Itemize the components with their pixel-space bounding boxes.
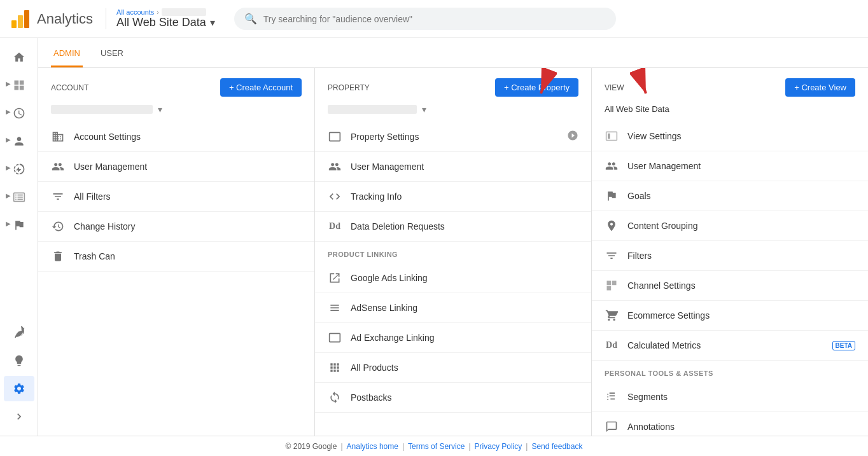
beta-badge: BETA <box>832 341 855 350</box>
footer-terms[interactable]: Terms of Service <box>408 442 465 451</box>
account-column-header: Account + Create Account <box>38 78 314 104</box>
search-bar[interactable]: 🔍 <box>234 8 616 30</box>
menu-item-all-products[interactable]: All Products <box>315 353 591 383</box>
account-dropdown-caret[interactable]: ▾ <box>158 104 162 114</box>
sidebar-item-home[interactable] <box>4 45 34 70</box>
sidebar: ▶ ▶ ▶ ▶ ▶ ▶ <box>0 38 38 436</box>
view-user-mgmt-label: User Management <box>627 161 855 171</box>
menu-item-data-deletion[interactable]: Dd Data Deletion Requests <box>315 212 591 242</box>
footer-sep-3: | <box>468 442 470 451</box>
account-column-label: Account <box>51 83 88 92</box>
menu-item-tracking-info[interactable]: Tracking Info <box>315 182 591 212</box>
menu-item-annotations[interactable]: Annotations <box>592 412 868 436</box>
menu-item-view-settings[interactable]: View Settings <box>592 121 868 151</box>
main-content: ADMIN USER Account + Create Account ▾ <box>38 38 868 436</box>
all-products-icon <box>328 361 342 375</box>
sidebar-item-conversions[interactable]: ▶ <box>4 212 34 238</box>
menu-item-channel-settings[interactable]: Channel Settings <box>592 271 868 301</box>
menu-item-ad-exchange[interactable]: Ad Exchange Linking <box>315 323 591 353</box>
channel-settings-label: Channel Settings <box>627 280 855 291</box>
ad-exchange-icon <box>328 331 342 345</box>
footer-sep-4: | <box>526 442 528 451</box>
create-account-button[interactable]: + Create Account <box>220 78 302 97</box>
footer-sep-2: | <box>402 442 404 451</box>
create-property-button[interactable]: + Create Property <box>495 78 578 97</box>
channel-settings-icon <box>605 279 619 293</box>
sidebar-item-dashboard[interactable]: ▶ <box>4 73 34 98</box>
content-grouping-icon <box>605 219 619 233</box>
segments-label: Segments <box>627 392 855 402</box>
sidebar-item-audience[interactable]: ▶ <box>4 128 34 154</box>
sidebar-item-collapse[interactable] <box>4 404 34 429</box>
trash-can-label: Trash Can <box>74 251 302 261</box>
property-dropdown[interactable]: All Web Site Data ▾ <box>116 16 215 29</box>
annotations-label: Annotations <box>627 422 855 432</box>
segments-icon <box>605 390 619 404</box>
property-user-mgmt-label: User Management <box>351 162 578 172</box>
menu-item-property-user-mgmt[interactable]: User Management <box>315 152 591 182</box>
property-column-label: Property <box>328 83 370 92</box>
menu-item-postbacks[interactable]: Postbacks <box>315 383 591 413</box>
menu-item-account-settings[interactable]: Account Settings <box>38 122 314 152</box>
view-settings-label: View Settings <box>627 131 855 141</box>
all-accounts-link[interactable]: All accounts › <box>116 8 215 16</box>
menu-item-account-user-mgmt[interactable]: User Management <box>38 152 314 182</box>
ecommerce-icon <box>605 308 619 322</box>
blurred-property-bar <box>328 105 417 114</box>
content-grouping-label: Content Grouping <box>627 221 855 231</box>
sidebar-item-realtime[interactable]: ▶ <box>4 100 34 126</box>
menu-item-view-user-mgmt[interactable]: User Management <box>592 151 868 181</box>
footer-analytics-home[interactable]: Analytics home <box>347 442 398 451</box>
postbacks-icon <box>328 390 342 404</box>
top-bar: Analytics All accounts › All Web Site Da… <box>0 0 868 38</box>
menu-item-goals[interactable]: Goals <box>592 181 868 211</box>
menu-item-property-settings[interactable]: Property Settings <box>315 122 591 152</box>
menu-item-trash-can[interactable]: Trash Can <box>38 242 314 272</box>
goals-flag-icon <box>605 189 619 203</box>
all-filters-label: All Filters <box>74 191 302 202</box>
menu-item-ecommerce[interactable]: Ecommerce Settings <box>592 301 868 331</box>
postbacks-label: Postbacks <box>351 392 578 403</box>
menu-item-google-ads[interactable]: Google Ads Linking <box>315 263 591 293</box>
account-blurred-row: ▾ <box>38 104 314 122</box>
property-dropdown-caret[interactable]: ▾ <box>422 104 426 114</box>
product-linking-label: PRODUCT LINKING <box>315 242 591 263</box>
search-icon: 🔍 <box>244 13 257 25</box>
admin-columns: Account + Create Account ▾ Account Setti… <box>38 68 868 436</box>
account-settings-label: Account Settings <box>74 132 293 142</box>
google-ads-icon <box>328 271 342 285</box>
search-input[interactable] <box>263 14 606 24</box>
menu-item-segments[interactable]: Segments <box>592 382 868 412</box>
chevron-right-icon: › <box>157 9 158 16</box>
tab-admin[interactable]: ADMIN <box>51 38 83 67</box>
sidebar-item-acquisition[interactable]: ▶ <box>4 156 34 182</box>
menu-item-all-filters[interactable]: All Filters <box>38 182 314 212</box>
tab-user[interactable]: USER <box>98 38 126 67</box>
footer-feedback[interactable]: Send feedback <box>531 442 582 451</box>
users-icon <box>51 160 65 174</box>
svg-rect-0 <box>11 20 17 28</box>
tracking-info-label: Tracking Info <box>351 191 578 202</box>
sidebar-item-insights[interactable] <box>4 348 34 373</box>
menu-item-calculated-metrics[interactable]: Dd Calculated Metrics BETA <box>592 331 868 361</box>
dropdown-arrow-icon: ▾ <box>210 17 215 29</box>
view-title: All Web Site Data <box>592 104 868 121</box>
svg-rect-1 <box>18 15 23 28</box>
footer-sep-1: | <box>340 442 342 451</box>
menu-item-view-filters[interactable]: Filters <box>592 241 868 271</box>
sidebar-item-admin[interactable] <box>4 376 34 401</box>
menu-item-change-history[interactable]: Change History <box>38 212 314 242</box>
footer-privacy[interactable]: Privacy Policy <box>475 442 522 451</box>
account-user-mgmt-label: User Management <box>74 162 302 172</box>
personal-tools-label: PERSONAL TOOLS & ASSETS <box>592 361 868 382</box>
sidebar-item-behavior[interactable]: ▶ <box>4 184 34 210</box>
app-title: Analytics <box>37 11 93 27</box>
sidebar-item-share[interactable] <box>4 320 34 345</box>
create-view-button[interactable]: + Create View <box>785 78 855 97</box>
account-selector[interactable]: All accounts › All Web Site Data ▾ <box>106 8 215 29</box>
blurred-account-name <box>162 8 206 16</box>
all-products-label: All Products <box>351 363 578 373</box>
view-filters-label: Filters <box>627 251 855 261</box>
menu-item-adsense[interactable]: AdSense Linking <box>315 293 591 323</box>
menu-item-content-grouping[interactable]: Content Grouping <box>592 211 868 241</box>
